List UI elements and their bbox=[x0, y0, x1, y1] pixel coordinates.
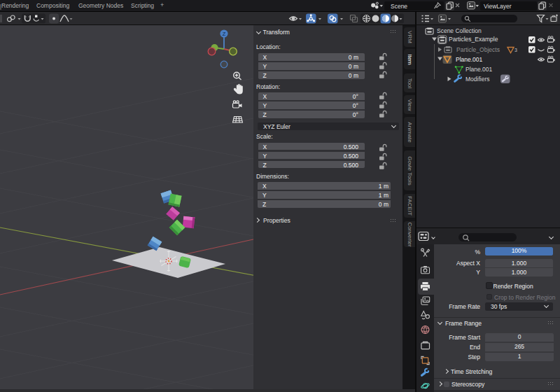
svg-text:Z: Z bbox=[223, 31, 226, 37]
